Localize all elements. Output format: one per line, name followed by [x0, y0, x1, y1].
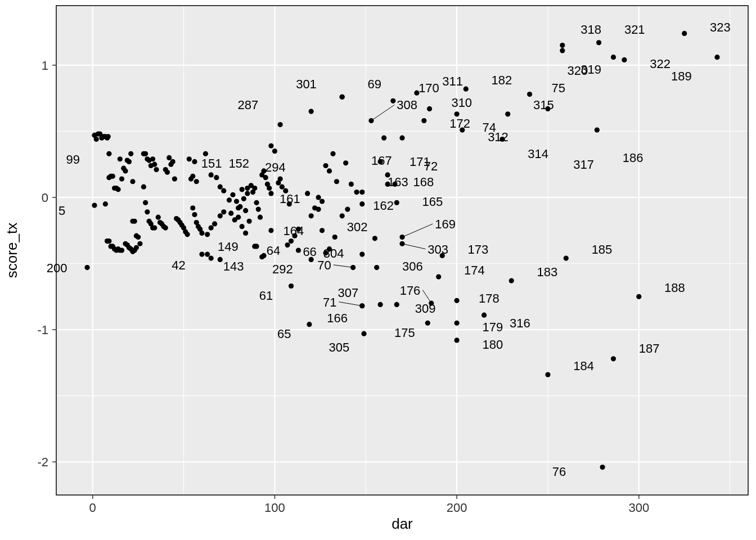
data-point [268, 143, 273, 148]
point-label: 318 [580, 22, 601, 37]
data-point [221, 209, 226, 214]
data-point [372, 236, 377, 241]
plot-panel [56, 6, 748, 495]
data-point [345, 207, 350, 212]
point-label: 316 [510, 316, 530, 330]
point-label: 184 [573, 359, 594, 373]
point-label: 71 [323, 295, 336, 309]
data-point [119, 248, 124, 253]
point-label: 189 [671, 69, 692, 83]
point-label: 163 [388, 175, 408, 189]
data-point [230, 192, 235, 197]
data-point [296, 248, 301, 253]
point-label: 323 [710, 20, 731, 34]
point-label: 75 [551, 81, 565, 95]
point-label: 307 [338, 286, 359, 300]
point-label: 183 [537, 265, 558, 279]
data-point [152, 225, 157, 230]
data-point [214, 175, 219, 180]
data-point [361, 331, 366, 336]
y-tick-label: -1 [37, 323, 48, 337]
data-point [560, 48, 565, 53]
point-label: 5 [58, 204, 65, 218]
data-point [564, 256, 569, 261]
data-point [440, 253, 445, 258]
point-label: 66 [303, 245, 316, 259]
data-point [241, 196, 246, 201]
data-point [143, 200, 148, 205]
point-label: 69 [368, 77, 381, 91]
data-point [394, 302, 399, 307]
data-point [309, 213, 314, 218]
point-label: 65 [277, 327, 291, 341]
data-point [127, 159, 132, 164]
data-point [190, 174, 195, 179]
y-tick-label: -2 [37, 455, 48, 469]
data-point [596, 40, 601, 45]
data-point [103, 201, 108, 206]
y-tick-label: 0 [42, 191, 48, 205]
data-point [425, 321, 430, 326]
point-label: 61 [259, 289, 273, 303]
point-label: 294 [265, 160, 286, 174]
data-point [192, 212, 197, 217]
data-point [234, 199, 239, 204]
data-point [340, 94, 345, 100]
data-point [278, 122, 283, 127]
data-point [327, 168, 332, 173]
point-label: 165 [422, 195, 443, 209]
point-label: 72 [424, 159, 438, 173]
data-point [240, 187, 245, 192]
point-label: 320 [567, 64, 588, 78]
data-point [209, 172, 214, 177]
data-point [500, 137, 505, 142]
data-point [340, 213, 345, 218]
point-label: 310 [451, 96, 472, 110]
data-point [105, 238, 110, 244]
data-point [212, 221, 217, 226]
data-point [267, 186, 272, 191]
data-point [187, 156, 192, 161]
data-point [429, 300, 434, 305]
data-point [254, 200, 259, 205]
x-axis-title: dar [392, 515, 413, 532]
data-point [359, 190, 364, 195]
data-point [259, 254, 264, 259]
data-point [527, 92, 532, 97]
point-label: 74 [482, 120, 496, 134]
data-point [309, 109, 314, 114]
x-tick-label: 300 [628, 501, 649, 515]
data-point [118, 156, 123, 161]
data-point [218, 184, 223, 190]
data-point [237, 204, 242, 209]
point-label: 187 [639, 341, 660, 356]
data-point [92, 202, 97, 208]
data-point [320, 228, 325, 233]
data-point [194, 179, 199, 184]
data-point [421, 118, 426, 123]
data-point [119, 176, 124, 181]
data-point [414, 91, 419, 96]
data-point [115, 187, 120, 192]
data-point [454, 111, 460, 116]
point-label: 169 [435, 217, 456, 231]
data-point [268, 191, 273, 196]
data-point [359, 303, 364, 308]
data-point [163, 225, 168, 230]
data-point [166, 155, 172, 160]
data-point [209, 256, 214, 261]
data-point [354, 190, 359, 195]
data-point [505, 111, 510, 116]
data-point [236, 215, 241, 220]
data-point [545, 106, 550, 111]
data-point [165, 170, 170, 175]
data-point [359, 201, 364, 206]
data-point [714, 55, 719, 60]
data-point [247, 219, 252, 224]
point-label: 175 [394, 326, 415, 340]
point-label: 179 [482, 320, 503, 334]
point-label: 188 [664, 281, 685, 295]
point-label: 162 [373, 199, 394, 213]
data-point [394, 200, 399, 205]
data-point [256, 207, 261, 212]
